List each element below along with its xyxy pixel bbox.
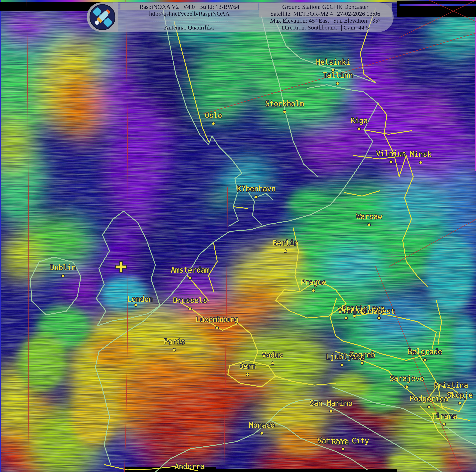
banner-right-column: Ground Station: G0GHK Doncaster Satellit… [259,2,391,32]
city-label-london: London [127,295,153,303]
city-dot-bratislava [353,314,356,318]
banner-left-column: RaspiNOAA V2 | V4.0 | Build: 13-BW64 htt… [120,2,258,32]
city-label-bern: Bern [239,362,256,371]
city-label-luxembourg: Luxembourg [196,315,239,324]
info-banner: RaspiNOAA V2 | V4.0 | Build: 13-BW64 htt… [87,2,393,32]
city-dot-vienna [344,316,348,320]
city-dot-paris [172,348,176,352]
city-dot-minsk [419,161,423,164]
city-label-podgorica: Podgorica [409,394,448,403]
city-dot-warsaw [367,223,371,226]
city-label-monaco: Monaco [249,421,275,429]
separator-dashes: ------------------------------------ [120,17,258,24]
antenna-info: Antenna: Quadrifilar [120,24,258,31]
city-markers-layer: HelsinkiTallinnStockholmOsloRigaVilniusM… [0,0,476,472]
city-label-berlin: Berlin [272,239,298,247]
city-dot-oslo [212,122,215,125]
city-label-rome: Rome [332,438,349,446]
app-url: http://qsl.net/ve3elb/RaspiNOAA [120,10,258,17]
city-dot-zagreb [360,361,364,365]
city-dot-london [134,303,137,307]
city-dot-budapest [377,316,381,320]
city-dot-vaduz [271,361,274,365]
city-dot-belgrade [423,358,427,362]
city-dot-stockholm [283,110,286,114]
elevation-info: Max Elevation: 45° East | Sun Elevation:… [259,17,391,24]
city-dot-podgorica [427,405,431,409]
city-label-amsterdam: Amsterdam [171,266,209,274]
city-label-paris: Paris [164,337,185,346]
city-label-stockholm: Stockholm [265,99,304,108]
city-dot-bern [246,373,249,376]
city-dot-skopje [458,402,461,405]
city-dot-luxembourg [215,326,219,329]
city-dot-prague [312,289,315,292]
city-dot-vatican-city [341,447,345,451]
raspinoaa-satellite-image: HelsinkiTallinnStockholmOsloRigaVilniusM… [0,0,476,472]
satellite-pass-info: Satellite: METEOR-M2 4 | 27-02-2026 03:0… [259,10,391,17]
raspinoaa-logo [89,4,116,30]
city-label-oslo: Oslo [205,111,222,120]
city-label-andorra: Andorra [174,462,204,471]
city-label-tirana: Tirana [431,412,457,421]
city-label-tallinn: Tallinn [323,71,353,80]
city-label-minsk: Minsk [410,150,431,159]
city-label-belgrade: Belgrade [408,347,442,356]
city-dot-riga [357,127,361,131]
satellite-icon [89,4,116,30]
city-label-prague: Prague [300,278,326,287]
city-dot-brussels [188,307,192,310]
city-dot-k-benhavn [255,195,258,199]
city-dot-monaco [260,432,264,435]
direction-gain-info: Direction: Southbound | | Gain: 44.5 [259,24,391,31]
city-label-dublin: Dublin [50,263,76,272]
city-label-vilnius: Vilnius [376,149,406,158]
city-label-k-benhavn: K?benhavn [237,185,276,193]
city-label-zagreb: Zagreb [349,351,375,359]
city-label-riga: Riga [350,116,368,125]
city-label-skopje: Skopje [447,391,473,399]
ground-station-plus-marker [113,259,129,275]
city-label-san-marino: San Marino [310,399,353,407]
city-dot-sarajevo [405,385,408,388]
app-version: RaspiNOAA V2 | V4.0 | Build: 13-BW64 [120,3,258,10]
city-dot-vilnius [389,160,393,164]
city-dot-ljubljana [340,363,343,367]
city-dot-tirana [442,422,446,426]
city-dot-amsterdam [188,276,192,280]
city-label-warsaw: Warsaw [356,212,382,221]
city-label-brussels: Brussels [173,296,207,305]
city-dot-san-marino [329,410,333,413]
city-label-vaduz: Vaduz [262,351,283,359]
city-dot-dublin [61,274,65,278]
city-label-pristina: Pristina [434,381,468,389]
city-dot-tallinn [336,82,340,85]
ground-station-info: Ground Station: G0GHK Doncaster [259,3,391,10]
city-label-sarajevo: Sarajevo [390,374,424,383]
city-dot-berlin [284,249,287,253]
city-label-helsinki: Helsinki [316,58,350,67]
city-label-budapest: Budapest [361,307,395,316]
